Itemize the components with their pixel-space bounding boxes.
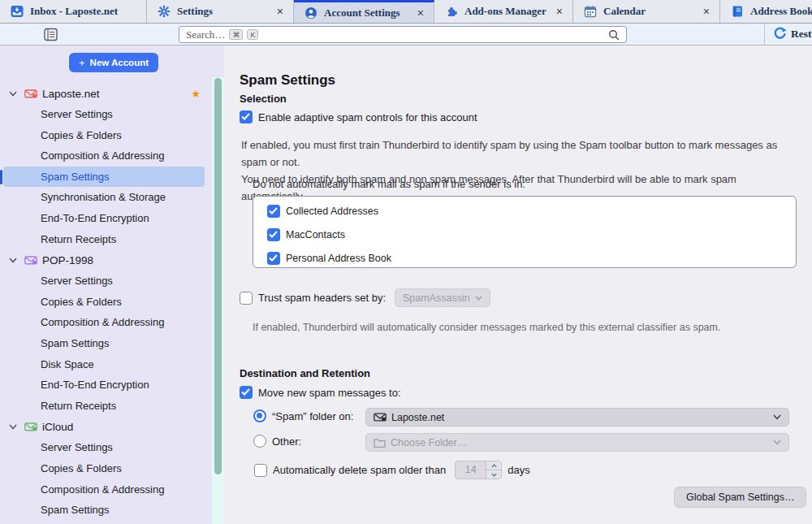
sidebar-item-e2e-encryption[interactable]: End-To-End Encryption (3, 208, 205, 229)
sidebar-item-server-settings[interactable]: Server Settings (3, 437, 205, 458)
tab-close-icon[interactable]: × (416, 7, 425, 19)
mail-account-icon (24, 255, 37, 266)
toolbar: Search… ⌘ K Rest (0, 24, 812, 45)
training-info: If enabled, you must first train Thunder… (241, 136, 803, 205)
maccontacts-checkbox[interactable] (267, 228, 280, 241)
folder-icon (374, 438, 386, 448)
spam-settings-panel: Spam Settings Selection Enable adaptive … (224, 45, 812, 524)
number-spinner (486, 461, 501, 479)
address-book-icon (731, 5, 744, 18)
tab-bar: Inbox - Laposte.net Settings × Account S… (0, 0, 812, 24)
chevron-down-icon (773, 414, 781, 420)
list-item: Collected Addresses (267, 205, 378, 218)
move-spam-row: Move new spam messages to: (240, 386, 401, 399)
tab-inbox[interactable]: Inbox - Laposte.net (0, 0, 147, 23)
cmd-key-badge: ⌘ (229, 29, 243, 40)
search-icon (608, 29, 620, 41)
spam-folder-radio[interactable] (253, 409, 266, 422)
account-tree: Laposte.net ★ Server Settings Copies & F… (0, 83, 212, 521)
sidebar-item-composition-addressing[interactable]: Composition & Addressing (3, 145, 205, 167)
retention-heading: Destination and Retention (240, 367, 370, 379)
restart-label: Rest (791, 28, 812, 41)
toolbar-divider (764, 24, 765, 45)
autodelete-days-input[interactable]: 14 (455, 461, 502, 479)
sidebar-scrollbar (212, 45, 224, 524)
list-item: MacContacts (267, 228, 345, 241)
chevron-down-icon (475, 296, 482, 301)
global-spam-settings-button[interactable]: Global Spam Settings… (674, 487, 806, 508)
notebook-toggle-icon[interactable] (44, 28, 58, 41)
tab-close-icon[interactable]: × (702, 6, 711, 17)
sidebar-item-server-settings[interactable]: Server Settings (3, 104, 205, 125)
trust-headers-row: Trust spam headers set by: SpamAssassin (240, 288, 490, 307)
sidebar-account-pop1998[interactable]: POP-1998 (0, 249, 212, 271)
search-placeholder: Search… (186, 28, 225, 41)
scrollbar-thumb[interactable] (214, 78, 222, 474)
sidebar-item-composition-addressing[interactable]: Composition & Addressing (3, 312, 205, 333)
search-input[interactable]: Search… ⌘ K (179, 26, 627, 43)
trust-headers-checkbox[interactable] (240, 292, 253, 305)
list-item: Personal Address Book (267, 252, 391, 265)
other-folder-row: Other: (253, 435, 301, 448)
tab-close-icon[interactable]: × (275, 6, 285, 17)
sidebar-item-disk-space[interactable]: Disk Space (3, 354, 205, 375)
other-folder-select[interactable]: Choose Folder… (365, 433, 789, 452)
autodelete-checkbox[interactable] (254, 464, 267, 477)
spam-folder-select[interactable]: Laposte.net (365, 408, 789, 427)
refresh-icon (773, 27, 787, 41)
inbox-icon (11, 5, 24, 18)
chevron-down-icon[interactable] (8, 422, 18, 431)
address-book-list: Collected Addresses MacContacts Personal… (253, 196, 797, 268)
restart-button[interactable]: Rest (773, 27, 812, 41)
calendar-icon (584, 5, 597, 18)
tab-calendar[interactable]: Calendar × (573, 0, 720, 23)
spinner-up-icon[interactable] (486, 461, 501, 470)
trust-classifier-select[interactable]: SpamAssassin (395, 288, 490, 307)
tab-close-icon[interactable]: × (555, 6, 564, 17)
whitelist-label: Do not automatically mark mail as spam i… (253, 178, 525, 190)
selection-heading: Selection (240, 93, 287, 105)
tab-label: Calendar (603, 5, 695, 18)
sidebar-item-spam-settings-selected[interactable]: Spam Settings (3, 167, 205, 188)
sidebar-item-e2e-encryption[interactable]: End-To-End Encryption (3, 375, 205, 396)
collected-addresses-checkbox[interactable] (267, 205, 280, 218)
tab-settings[interactable]: Settings × (147, 0, 294, 23)
personal-address-book-checkbox[interactable] (267, 252, 280, 265)
k-key-badge: K (247, 29, 258, 40)
chevron-down-icon[interactable] (8, 255, 18, 265)
sidebar-item-sync-storage[interactable]: Synchronisation & Storage (3, 187, 205, 208)
account-icon (304, 6, 317, 19)
tab-address-book[interactable]: Address Book (720, 0, 812, 23)
other-folder-radio[interactable] (253, 435, 266, 448)
sidebar-item-composition-addressing[interactable]: Composition & Addressing (3, 479, 205, 500)
tab-label: Settings (177, 5, 269, 18)
trust-note: If enabled, Thunderbird will automatical… (253, 322, 720, 333)
sidebar-item-return-receipts[interactable]: Return Receipts (3, 229, 205, 250)
gear-icon (158, 5, 171, 18)
tab-label: Add-ons Manager (464, 5, 548, 18)
page-title: Spam Settings (240, 72, 335, 89)
sidebar-item-spam-settings[interactable]: Spam Settings (3, 333, 205, 354)
sidebar-item-spam-settings[interactable]: Spam Settings (3, 500, 205, 521)
spinner-down-icon[interactable] (486, 470, 501, 479)
sidebar-account-icloud[interactable]: iCloud (0, 416, 212, 437)
autodelete-row: Automatically delete spam older than 14 … (254, 461, 530, 479)
tab-addons-manager[interactable]: Add-ons Manager × (434, 0, 573, 23)
mail-account-icon (374, 412, 387, 422)
sidebar-account-laposte[interactable]: Laposte.net ★ (0, 83, 212, 104)
move-spam-checkbox[interactable] (240, 386, 253, 399)
spam-folder-row: “Spam” folder on: (253, 409, 353, 422)
sidebar-item-return-receipts[interactable]: Return Receipts (3, 396, 205, 417)
sidebar-item-server-settings[interactable]: Server Settings (3, 271, 205, 292)
enable-adaptive-checkbox[interactable] (240, 110, 253, 123)
chevron-down-icon (773, 440, 781, 445)
new-account-button[interactable]: + New Account (69, 53, 158, 72)
sidebar-item-copies-folders[interactable]: Copies & Folders (3, 292, 205, 313)
sidebar-item-copies-folders[interactable]: Copies & Folders (3, 125, 205, 146)
tab-label: Address Book (750, 5, 812, 18)
account-sidebar: + New Account Laposte.net ★ Server Setti… (0, 45, 212, 524)
plus-icon: + (79, 57, 85, 69)
tab-account-settings[interactable]: Account Settings × (294, 0, 434, 23)
chevron-down-icon[interactable] (8, 89, 18, 98)
sidebar-item-copies-folders[interactable]: Copies & Folders (3, 458, 205, 479)
